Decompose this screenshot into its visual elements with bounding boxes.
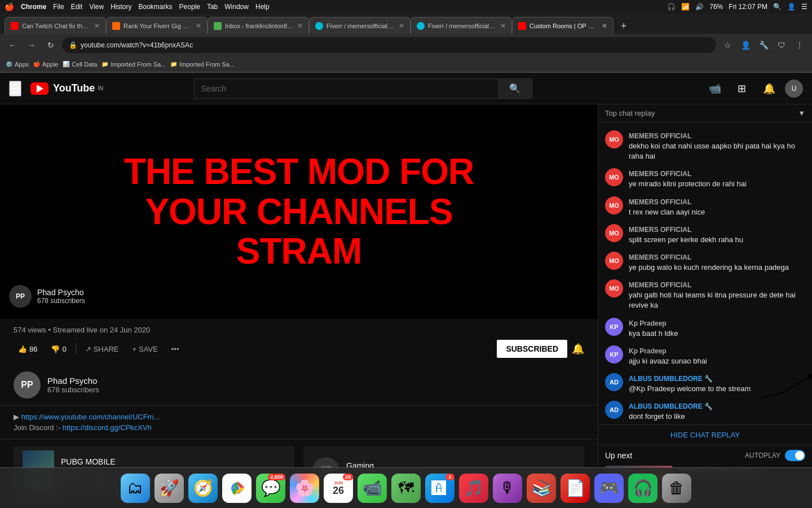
chat-username-2: MEMERS OFFICIAL	[629, 170, 691, 178]
hamburger-menu-button[interactable]: ☰	[9, 81, 21, 97]
new-tab-button[interactable]: +	[616, 18, 632, 34]
chat-message-8: KP Kp Pradeep ajju ki avaaz sunao bhai	[598, 342, 812, 370]
notification-bell-button[interactable]: 🔔	[572, 343, 584, 355]
share-button[interactable]: ↗ SHARE	[81, 343, 123, 356]
dock-calendar[interactable]: JUN 26 26	[324, 474, 353, 503]
like-count: 86	[29, 345, 37, 353]
bookmark-imported-1[interactable]: 📁 Imported From Sa...	[102, 61, 166, 68]
user-icon[interactable]: 👤	[787, 3, 796, 11]
search-button[interactable]: 🔍	[498, 78, 532, 99]
notifications-button[interactable]: 🔔	[758, 77, 780, 100]
tab-6-close[interactable]: ✕	[602, 22, 607, 30]
bookmark-star-button[interactable]: ☆	[720, 37, 735, 53]
subscribe-button[interactable]: SUBSCRIBED	[497, 340, 567, 358]
tab-3[interactable]: Inbox - franklinclinton822... ✕	[208, 17, 309, 34]
dock-music[interactable]: 🎵	[459, 474, 488, 503]
search-icon[interactable]: 🔍	[773, 3, 782, 11]
chat-username-3: MEMERS OFFICIAL	[629, 198, 691, 206]
menu-file[interactable]: File	[53, 3, 64, 11]
calendar-badge: 26	[343, 474, 353, 480]
user-avatar[interactable]: U	[785, 80, 803, 98]
chat-message-9: AD ALBUS DUMBLEDORE 🔧 @Kp Pradeep welcom…	[598, 370, 812, 397]
tab-5-close[interactable]: ✕	[500, 22, 506, 30]
reload-button[interactable]: ↻	[43, 37, 59, 53]
menu-window[interactable]: Window	[224, 3, 249, 11]
bookmark-imported-2-label: Imported From Sa...	[179, 61, 235, 68]
dock-ebooks[interactable]: 📚	[527, 474, 556, 503]
menu-bookmarks[interactable]: Bookmarks	[139, 3, 173, 11]
menu-history[interactable]: History	[111, 3, 131, 11]
channel-avatar[interactable]: PP	[14, 371, 41, 398]
discord-link[interactable]: https://discord.gg/CPkcXVh	[63, 423, 152, 432]
chat-username-5: MEMERS OFFICIAL	[629, 253, 691, 261]
dock-app-store[interactable]: 🅰 2	[425, 474, 454, 503]
overlay-line-1: THE BEST MOD FOR	[124, 152, 474, 191]
like-button[interactable]: 👍 86	[14, 343, 42, 356]
bookmark-apps[interactable]: ⚙️ Apps	[6, 61, 29, 68]
app-name[interactable]: Chrome	[21, 3, 46, 11]
dislike-button[interactable]: 👎 0	[46, 343, 70, 356]
tab-4-close[interactable]: ✕	[399, 22, 404, 30]
tab-3-close[interactable]: ✕	[297, 22, 303, 30]
back-button[interactable]: ←	[5, 37, 20, 53]
tab-1[interactable]: Can Twitch Chat fix the C... ✕	[5, 17, 106, 34]
apps-button[interactable]: ⊞	[731, 77, 753, 100]
video-player[interactable]: THE BEST MOD FOR YOUR CHANNELS STRAM PP …	[0, 104, 598, 319]
tab-2[interactable]: Rank Your Fiverr Gig on 1s... ✕	[106, 17, 208, 34]
save-button[interactable]: + SAVE	[128, 343, 162, 356]
dock-finder[interactable]: 🗂	[121, 474, 150, 503]
game-name: PUBG MOBILE	[61, 457, 285, 466]
menu-help[interactable]: Help	[255, 3, 270, 11]
hide-chat-button[interactable]: HIDE CHAT REPLAY	[598, 424, 812, 445]
dock-trash[interactable]: 🗑	[662, 474, 691, 503]
dock-maps[interactable]: 🗺	[391, 474, 421, 503]
chat-message-7: KP Kp Pradeep kya baat h ldke	[598, 314, 812, 342]
tab-4[interactable]: Fiverr / memersofficial / E... ✕	[309, 17, 411, 34]
menu-icon[interactable]: ☰	[801, 3, 807, 11]
dock-safari[interactable]: 🧭	[188, 474, 218, 503]
dock-acrobat[interactable]: 📄	[561, 474, 590, 503]
youtube-region-badge: IN	[98, 85, 103, 91]
dock-launchpad[interactable]: 🚀	[155, 474, 184, 503]
tab-2-close[interactable]: ✕	[196, 22, 201, 30]
tab-6[interactable]: Custom Rooms | OP Com... ✕	[512, 17, 614, 34]
watermark-avatar: PP	[9, 285, 32, 308]
chat-text-10: dont forget to like	[629, 411, 805, 422]
dock-discord[interactable]: 🎮	[594, 474, 624, 503]
address-bar[interactable]: 🔒 youtube.com/watch?v=41b6pnxASAc	[62, 37, 716, 53]
bookmark-apple[interactable]: 🍎 Apple	[33, 61, 58, 68]
tab-1-close[interactable]: ✕	[94, 22, 100, 30]
dock-photos[interactable]: 🌸	[290, 474, 319, 503]
chat-message-5: MO MEMERS OFFICIAL ye pubg walo ko kuch …	[598, 248, 812, 276]
dock-spotify[interactable]: 🎧	[628, 474, 657, 503]
upload-button[interactable]: 📹	[704, 77, 726, 100]
search-box[interactable]: Search	[194, 78, 498, 99]
chat-header-chevron[interactable]: ▼	[798, 109, 805, 117]
dock-chrome[interactable]	[222, 474, 251, 503]
menu-tab[interactable]: Tab	[207, 3, 218, 11]
forward-button[interactable]: →	[24, 37, 39, 53]
channel-name[interactable]: Phad Psycho	[47, 376, 99, 386]
extension-1-button[interactable]: 🔧	[756, 37, 771, 53]
menu-edit[interactable]: Edit	[71, 3, 83, 11]
video-meta: 574 views • Streamed live on 24 Jun 2020	[14, 326, 584, 334]
bookmark-cell-data[interactable]: 📊 Cell Data	[63, 61, 97, 68]
menu-people[interactable]: People	[179, 3, 200, 11]
bookmark-imported-2[interactable]: 📁 Imported From Sa...	[170, 61, 235, 68]
apple-menu-icon[interactable]: 🍎	[5, 2, 14, 11]
dock-facetime[interactable]: 📹	[358, 474, 387, 503]
autoplay-toggle[interactable]	[785, 450, 805, 461]
save-icon: +	[133, 345, 137, 353]
tab-5[interactable]: Fiverr / memersofficial / E... ✕	[411, 17, 512, 34]
dock-podcasts[interactable]: 🎙	[493, 474, 522, 503]
more-button[interactable]: •••	[167, 343, 184, 356]
menu-view[interactable]: View	[89, 3, 104, 11]
overlay-line-3: STRAM	[124, 231, 474, 271]
channel-link[interactable]: https://www.youtube.com/channel/UCFm...	[21, 413, 160, 421]
extension-2-button[interactable]: 🛡	[774, 37, 789, 53]
dock-messages[interactable]: 💬 2,858	[256, 474, 285, 503]
chat-username-8: Kp Pradeep	[629, 347, 667, 355]
chrome-menu-button[interactable]: ⋮	[792, 37, 807, 53]
youtube-logo[interactable]: YouTube IN	[30, 82, 103, 95]
profile-button[interactable]: 👤	[738, 37, 753, 53]
